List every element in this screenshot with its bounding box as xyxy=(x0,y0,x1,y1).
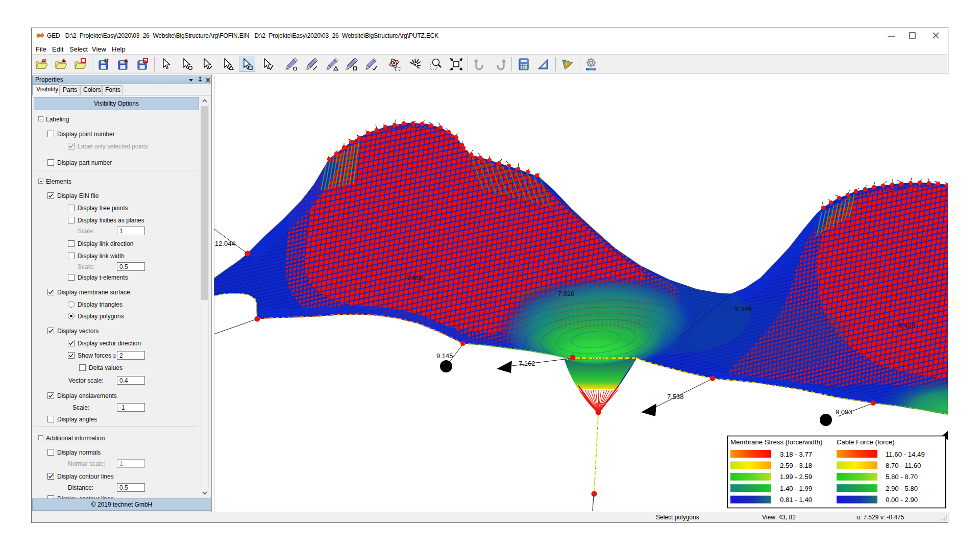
svg-text:9.093: 9.093 xyxy=(836,408,852,416)
svg-text:7.916: 7.916 xyxy=(558,290,575,297)
svg-text:7.608: 7.608 xyxy=(407,274,424,282)
svg-text:0.00 - 2.90: 0.00 - 2.90 xyxy=(886,496,918,504)
svg-text:Membrane Stress (force/width): Membrane Stress (force/width) xyxy=(730,438,822,446)
svg-text:2.59 - 3.18: 2.59 - 3.18 xyxy=(780,462,812,469)
svg-text:2.90 - 5.80: 2.90 - 5.80 xyxy=(886,485,918,492)
svg-text:7.162: 7.162 xyxy=(519,360,535,367)
svg-text:3.18 - 3.77: 3.18 - 3.77 xyxy=(780,450,812,458)
svg-text:0.81 - 1.40: 0.81 - 1.40 xyxy=(780,496,812,504)
svg-text:1.40 - 1.99: 1.40 - 1.99 xyxy=(780,485,812,492)
svg-text:9.439: 9.439 xyxy=(898,321,915,329)
svg-text:Cable Force (force): Cable Force (force) xyxy=(837,438,895,446)
svg-text:9.346: 9.346 xyxy=(735,305,752,313)
svg-text:1.99 - 2.59: 1.99 - 2.59 xyxy=(780,473,812,481)
svg-text:7.538: 7.538 xyxy=(667,393,684,400)
svg-text:9.145: 9.145 xyxy=(436,352,453,360)
svg-text:12.044: 12.044 xyxy=(215,240,235,247)
svg-text:11.60 - 14.49: 11.60 - 14.49 xyxy=(886,450,925,458)
svg-text:5.80 - 8.70: 5.80 - 8.70 xyxy=(886,473,918,481)
svg-text:8.70 - 11.60: 8.70 - 11.60 xyxy=(886,462,921,469)
